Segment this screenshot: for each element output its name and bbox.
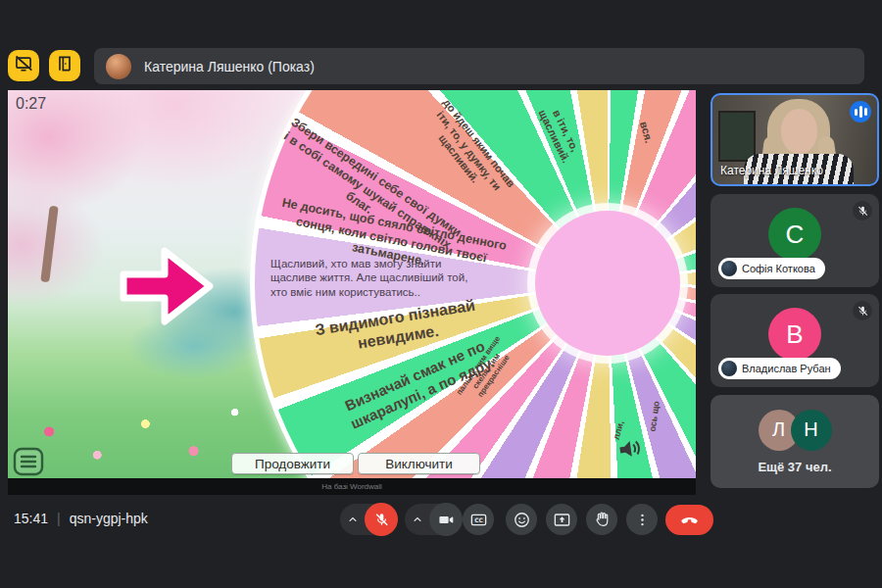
participant-tile-sofia[interactable]: C Софія Коткова [710, 194, 879, 287]
mic-control-group [340, 504, 397, 535]
camera-options-chevron[interactable] [405, 513, 430, 526]
stop-presentation-button[interactable] [8, 50, 39, 81]
more-participants-tile[interactable]: Л Н Ещё 37 чел. [710, 395, 879, 488]
presenter-avatar [106, 54, 131, 79]
audio-level-icon [850, 101, 871, 122]
participant-tile-vladyslav[interactable]: B Владислав Рубан [710, 294, 879, 387]
mic-options-chevron[interactable] [340, 513, 366, 526]
avatar: Н [791, 410, 832, 451]
continue-button[interactable]: Продовжити [231, 453, 354, 474]
raise-hand-button[interactable] [586, 504, 617, 535]
mic-muted-icon [853, 301, 872, 320]
avatar-group: Л Н [759, 410, 832, 451]
wheel-hub [535, 211, 680, 356]
tree-trunk [40, 206, 58, 283]
video-background-shelf [718, 111, 756, 162]
participant-name: Владислав Рубан [742, 363, 831, 374]
exclude-button[interactable]: Виключити [358, 453, 480, 474]
person-face [781, 109, 817, 154]
captions-button[interactable]: CC [463, 504, 494, 535]
reactions-button[interactable] [506, 504, 537, 535]
screen-share-view: Збери всередині себе свої думки і в собі… [8, 90, 696, 478]
game-menu-icon[interactable] [13, 447, 44, 478]
presenter-name: Катерина Ляшенко (Показ) [144, 59, 315, 74]
more-options-button[interactable] [626, 504, 658, 535]
participant-name: Катерина Ляшенко [720, 164, 823, 177]
avatar: C [768, 208, 821, 261]
participant-name: Софія Коткова [742, 263, 815, 274]
no-presentation-icon [14, 54, 33, 77]
mic-mute-button[interactable] [365, 503, 398, 536]
wordwall-attribution: На базі Wordwall [321, 482, 382, 491]
divider: | [57, 511, 61, 526]
door-exit-icon [55, 54, 74, 77]
emoji-avatar [721, 261, 737, 276]
name-pill: Владислав Рубан [718, 358, 841, 379]
leave-call-button[interactable] [665, 505, 713, 535]
more-participants-label: Ещё 37 чел. [758, 460, 831, 474]
wheel-pointer-arrow [118, 243, 216, 333]
emoji-avatar [721, 361, 737, 376]
share-letterbox: На базі Wordwall [8, 478, 696, 495]
game-timer: 0:27 [16, 95, 46, 113]
name-pill: Софія Коткова [718, 258, 825, 279]
leave-room-button[interactable] [49, 50, 80, 81]
captions-icon-label: CC [474, 516, 483, 523]
meeting-code: qsn-ygpj-hpk [70, 511, 148, 526]
avatar: B [768, 308, 821, 361]
participant-tile-katerina[interactable]: Катерина Ляшенко [710, 93, 879, 186]
meet-window: { "colors": { "surface": "#202124", "acc… [0, 0, 882, 588]
sound-icon[interactable] [615, 435, 645, 466]
presenter-banner[interactable]: Катерина Ляшенко (Показ) [94, 48, 864, 84]
camera-control-group [405, 504, 462, 535]
present-screen-button[interactable] [546, 504, 577, 535]
wheel-quote: Щасливий, хто мав змогу знайти щасливе ж… [270, 257, 478, 299]
clock-time: 15:41 [14, 511, 48, 526]
camera-button[interactable] [429, 503, 463, 536]
meeting-info: 15:41 | qsn-ygpj-hpk [14, 511, 148, 526]
mic-muted-icon [853, 201, 872, 220]
